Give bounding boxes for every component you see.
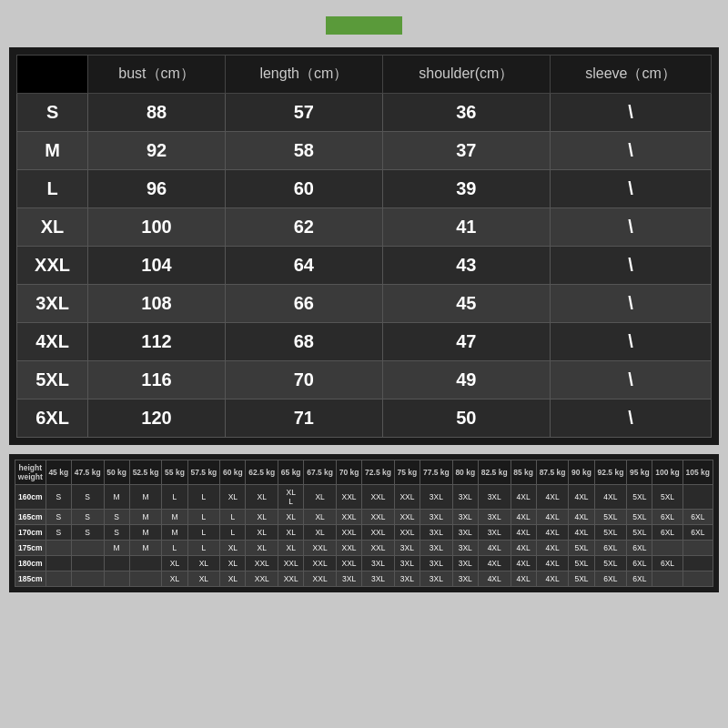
header-length: length（cm） bbox=[226, 56, 383, 94]
sleeve-cell: \ bbox=[550, 285, 711, 323]
sleeve-cell: \ bbox=[550, 208, 711, 247]
small-size-cell: 3XL bbox=[478, 510, 511, 525]
small-header-weight: 80 kg bbox=[452, 460, 478, 485]
small-size-cell: 4XL bbox=[478, 571, 511, 587]
small-size-cell: XXL bbox=[394, 525, 420, 541]
size-cell: 5XL bbox=[17, 361, 88, 399]
header-empty bbox=[17, 56, 88, 94]
small-header-weight: 90 kg bbox=[569, 460, 594, 485]
bust-cell: 88 bbox=[88, 94, 226, 132]
small-size-cell: 3XL bbox=[394, 571, 420, 587]
small-size-cell bbox=[682, 556, 713, 571]
small-size-cell: M bbox=[129, 541, 162, 556]
small-size-cell: 3XL bbox=[478, 485, 511, 510]
small-size-cell: 4XL bbox=[511, 525, 536, 541]
table-row: 5XL 116 70 49 \ bbox=[17, 361, 712, 399]
sleeve-cell: \ bbox=[550, 323, 711, 361]
small-size-cell: XL bbox=[278, 541, 304, 556]
header-shoulder: shoulder(cm） bbox=[382, 56, 550, 94]
small-size-cell: 5XL bbox=[569, 571, 594, 587]
small-size-cell: 3XL bbox=[362, 556, 395, 571]
small-size-cell: 6XL bbox=[627, 556, 652, 571]
small-size-cell: S bbox=[46, 485, 71, 510]
small-size-cell: 3XL bbox=[452, 525, 478, 541]
small-header-weight: 57.5 kg bbox=[187, 460, 220, 485]
length-cell: 62 bbox=[226, 208, 383, 247]
size-info-title bbox=[326, 16, 402, 35]
small-size-cell: XL bbox=[220, 571, 246, 587]
sleeve-cell: \ bbox=[550, 132, 711, 170]
shoulder-cell: 37 bbox=[382, 132, 550, 170]
small-size-cell: 3XL bbox=[420, 571, 453, 587]
small-size-cell: 5XL bbox=[594, 510, 627, 525]
small-size-cell: XL bbox=[246, 541, 278, 556]
small-size-cell: 5XL bbox=[627, 510, 652, 525]
small-size-cell: XL bbox=[304, 485, 337, 510]
small-size-cell: 6XL bbox=[682, 510, 713, 525]
bust-cell: 92 bbox=[88, 132, 226, 170]
sleeve-cell: \ bbox=[550, 361, 711, 399]
small-size-cell: XL bbox=[278, 510, 304, 525]
small-size-cell: L bbox=[220, 510, 246, 525]
small-size-cell: 4XL bbox=[536, 556, 569, 571]
small-size-cell: XXL bbox=[362, 510, 395, 525]
small-size-cell: 6XL bbox=[652, 525, 682, 541]
small-size-cell: M bbox=[104, 541, 129, 556]
small-size-cell: 4XL bbox=[478, 556, 511, 571]
small-size-cell: S bbox=[104, 525, 129, 541]
small-size-cell: XXL bbox=[362, 541, 395, 556]
small-size-cell: S bbox=[71, 510, 104, 525]
small-header-weight: 60 kg bbox=[220, 460, 246, 485]
small-size-cell: XL bbox=[304, 510, 337, 525]
small-size-cell: 4XL bbox=[511, 571, 536, 587]
shoulder-cell: 50 bbox=[382, 399, 550, 438]
small-size-cell: XXL bbox=[278, 571, 304, 587]
small-size-cell: 5XL bbox=[627, 525, 652, 541]
small-size-cell: XL L bbox=[278, 485, 304, 510]
length-cell: 70 bbox=[226, 361, 383, 399]
small-size-table: heightweight 45 kg47.5 kg50 kg52.5 kg55 … bbox=[15, 460, 713, 587]
small-size-cell bbox=[129, 571, 162, 587]
size-cell: M bbox=[17, 132, 88, 170]
bust-cell: 104 bbox=[88, 247, 226, 285]
small-size-cell: M bbox=[104, 485, 129, 510]
shoulder-cell: 41 bbox=[382, 208, 550, 247]
small-size-cell: 4XL bbox=[478, 541, 511, 556]
small-size-cell: 4XL bbox=[536, 510, 569, 525]
length-cell: 71 bbox=[226, 399, 383, 438]
small-size-cell bbox=[129, 556, 162, 571]
small-header-weight: 47.5 kg bbox=[71, 460, 104, 485]
height-label: 170cm bbox=[15, 525, 46, 541]
size-cell: XL bbox=[17, 208, 88, 247]
small-size-cell: XL bbox=[278, 525, 304, 541]
shoulder-cell: 47 bbox=[382, 323, 550, 361]
small-size-cell: XL bbox=[246, 510, 278, 525]
small-size-cell: XL bbox=[220, 556, 246, 571]
small-size-cell: XXL bbox=[336, 485, 361, 510]
small-size-cell: XXL bbox=[246, 556, 278, 571]
small-size-cell: XXL bbox=[304, 571, 337, 587]
size-cell: 4XL bbox=[17, 323, 88, 361]
small-header-weight: 92.5 kg bbox=[594, 460, 627, 485]
small-size-cell: L bbox=[187, 525, 220, 541]
small-size-cell bbox=[46, 556, 71, 571]
small-size-cell: 4XL bbox=[511, 510, 536, 525]
main-size-table: bust（cm） length（cm） shoulder(cm） sleeve（… bbox=[16, 55, 712, 438]
table-row: 4XL 112 68 47 \ bbox=[17, 323, 712, 361]
small-size-cell: 5XL bbox=[569, 556, 594, 571]
small-size-cell: 5XL bbox=[627, 485, 652, 510]
small-size-cell: 3XL bbox=[452, 541, 478, 556]
sleeve-cell: \ bbox=[550, 170, 711, 208]
small-size-cell: XXL bbox=[362, 485, 395, 510]
small-size-cell: 5XL bbox=[652, 485, 682, 510]
shoulder-cell: 43 bbox=[382, 247, 550, 285]
small-size-cell: XXL bbox=[278, 556, 304, 571]
small-size-cell: 4XL bbox=[536, 485, 569, 510]
small-size-cell: XXL bbox=[336, 510, 361, 525]
small-size-cell: XL bbox=[187, 571, 220, 587]
height-label: 175cm bbox=[15, 541, 46, 556]
small-size-cell: 6XL bbox=[594, 541, 627, 556]
small-size-cell bbox=[652, 541, 682, 556]
main-size-table-wrapper: bust（cm） length（cm） shoulder(cm） sleeve（… bbox=[9, 47, 719, 445]
table-row: 3XL 108 66 45 \ bbox=[17, 285, 712, 323]
